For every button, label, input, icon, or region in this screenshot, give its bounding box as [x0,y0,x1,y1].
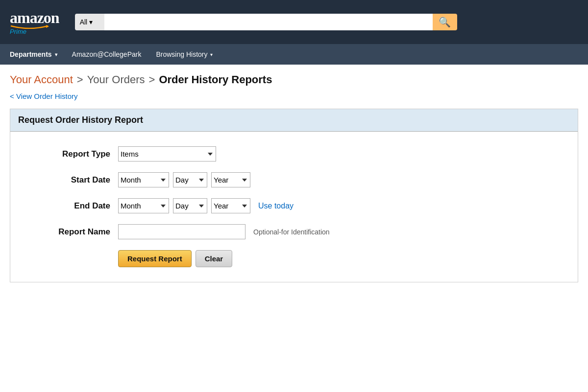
breadcrumb-sep1: > [77,73,83,86]
prime-label: Prime [10,28,59,35]
start-month-select[interactable]: Month January February March April May J… [118,172,169,187]
report-order-history-box: Request Order History Report Report Type… [10,109,578,282]
report-box-header: Request Order History Report [10,109,578,132]
report-box-title: Request Order History Report [18,115,143,125]
departments-arrow-icon: ▾ [55,52,57,57]
report-type-control: Items Orders Returns Refunds [118,146,216,161]
report-type-label: Report Type [20,149,118,159]
breadcrumb-orders-link[interactable]: Your Orders [87,73,145,86]
clear-button[interactable]: Clear [196,250,233,267]
breadcrumb-sep2: > [149,73,155,86]
start-year-select[interactable]: Year [211,172,250,187]
search-category-dropdown[interactable]: All ▾ [75,14,104,30]
start-day-select[interactable]: Day [173,172,207,187]
amazon-logo-text: amazon [10,9,59,27]
optional-text: Optional-for Identification [253,228,330,236]
request-report-button[interactable]: Request Report [118,250,192,267]
departments-label: Departments [10,50,52,58]
search-input[interactable] [104,14,433,30]
breadcrumb-account-link[interactable]: Your Account [10,73,73,86]
start-date-row: Start Date Month January February March … [20,172,568,187]
report-type-select[interactable]: Items Orders Returns Refunds [118,146,216,161]
search-icon: 🔍 [439,17,451,27]
report-name-row: Report Name Optional-for Identification [20,224,568,239]
report-name-input[interactable] [118,224,245,239]
report-box-body: Report Type Items Orders Returns Refunds… [10,132,578,282]
end-date-label: End Date [20,201,118,211]
view-order-history-link[interactable]: < View Order History [10,92,78,100]
search-bar: All ▾ 🔍 [75,14,457,30]
end-month-select[interactable]: Month January February March April May J… [118,198,169,213]
departments-nav[interactable]: Departments ▾ [10,50,57,58]
breadcrumb-current: Order History Reports [159,73,272,86]
account-label: Amazon@CollegePark [72,50,142,58]
end-date-control: Month January February March April May J… [118,198,294,213]
account-nav[interactable]: Amazon@CollegePark [72,50,142,58]
search-category-label: All [80,18,88,26]
report-type-row: Report Type Items Orders Returns Refunds [20,146,568,161]
browsing-history-arrow-icon: ▾ [210,52,213,57]
header-nav: Departments ▾ Amazon@CollegePark Browsin… [0,44,588,65]
logo-area: amazon Prime [10,9,59,35]
breadcrumb: Your Account > Your Orders > Order Histo… [0,65,588,90]
start-date-control: Month January February March April May J… [118,172,250,187]
browsing-history-label: Browsing History [156,50,207,58]
browsing-history-nav[interactable]: Browsing History ▾ [156,50,213,58]
start-date-label: Start Date [20,175,118,185]
end-date-row: End Date Month January February March Ap… [20,198,568,213]
end-year-select[interactable]: Year [211,198,250,213]
search-category-arrow: ▾ [89,18,93,26]
report-name-control: Optional-for Identification [118,224,330,239]
header-top: amazon Prime All ▾ 🔍 [0,0,588,44]
view-order-history-section: < View Order History [0,90,588,109]
use-today-link[interactable]: Use today [258,202,294,210]
form-buttons-row: Request Report Clear [20,250,568,267]
report-name-label: Report Name [20,227,118,237]
search-button[interactable]: 🔍 [433,14,457,30]
end-day-select[interactable]: Day [173,198,207,213]
